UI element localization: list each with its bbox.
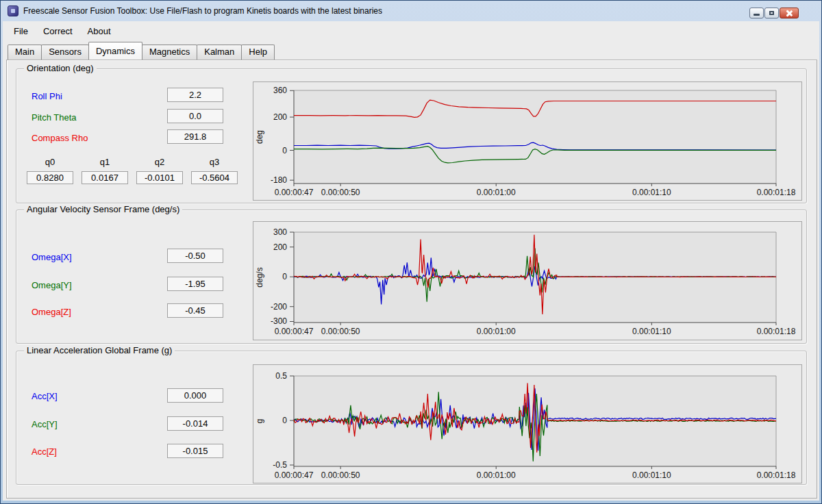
svg-text:g: g — [255, 419, 264, 424]
svg-text:-0.5: -0.5 — [273, 460, 287, 470]
tab-dynamics[interactable]: Dynamics — [88, 42, 142, 60]
label-q2: q2 — [136, 157, 183, 167]
value-q2[interactable]: -0.0101 — [136, 171, 183, 184]
restore-icon — [769, 11, 774, 15]
linear-acceleration-chart: 0.50-0.50.00:00:470.00:00:500.00:01:000.… — [253, 364, 802, 483]
svg-text:0.5: 0.5 — [275, 371, 287, 381]
svg-text:-180: -180 — [271, 175, 287, 185]
label-q1: q1 — [82, 157, 128, 167]
value-q0[interactable]: 0.8280 — [27, 171, 73, 184]
label-compass-rho: Compass Rho — [32, 133, 88, 143]
svg-text:0.00:01:00: 0.00:01:00 — [477, 327, 516, 336]
svg-text:0.00:00:47: 0.00:00:47 — [275, 327, 314, 336]
menu-item-file[interactable]: File — [6, 25, 36, 38]
svg-text:0.00:01:10: 0.00:01:10 — [632, 470, 671, 480]
label-acc-y: Acc[Y] — [32, 419, 58, 429]
value-pitch-theta[interactable]: 0.0 — [167, 109, 223, 123]
label-omega-x: Omega[X] — [32, 252, 72, 262]
orientation-chart: 3602000-1800.00:00:470.00:00:500.00:01:0… — [253, 81, 802, 201]
svg-text:0.00:00:50: 0.00:00:50 — [321, 188, 360, 197]
svg-text:0.00:01:18: 0.00:01:18 — [757, 188, 796, 197]
minimize-icon — [754, 14, 760, 16]
svg-text:deg/s: deg/s — [255, 267, 264, 287]
svg-text:300: 300 — [273, 227, 287, 237]
menu-item-correct[interactable]: Correct — [36, 25, 80, 38]
svg-text:360: 360 — [273, 86, 287, 95]
svg-text:0.00:01:00: 0.00:01:00 — [477, 470, 516, 480]
label-q3: q3 — [191, 157, 238, 167]
value-acc-x[interactable]: 0.000 — [167, 388, 223, 403]
menu-item-about[interactable]: About — [80, 25, 119, 38]
svg-text:-200: -200 — [271, 302, 287, 312]
svg-text:0.00:00:47: 0.00:00:47 — [275, 188, 314, 197]
svg-text:0: 0 — [282, 416, 287, 425]
close-button[interactable] — [780, 8, 799, 18]
tab-help[interactable]: Help — [241, 45, 275, 60]
svg-text:0: 0 — [282, 146, 287, 155]
value-compass-rho[interactable]: 291.8 — [167, 129, 223, 144]
value-omega-x[interactable]: -0.50 — [167, 249, 223, 263]
groupbox-angular-velocity-title: Angular Velocity Sensor Frame (deg/s) — [24, 204, 182, 214]
svg-text:deg: deg — [255, 130, 264, 144]
svg-text:200: 200 — [273, 112, 287, 122]
close-icon — [786, 10, 793, 16]
svg-text:0.00:00:50: 0.00:00:50 — [321, 470, 360, 480]
label-pitch-theta: Pitch Theta — [32, 112, 77, 123]
value-q1[interactable]: 0.0167 — [82, 171, 128, 184]
minimize-button[interactable] — [749, 8, 764, 18]
svg-text:0.00:01:00: 0.00:01:00 — [477, 188, 516, 197]
value-q3[interactable]: -0.5604 — [191, 171, 238, 184]
svg-text:0.00:01:10: 0.00:01:10 — [632, 327, 671, 336]
groupbox-orientation-title: Orientation (deg) — [24, 63, 97, 73]
svg-text:0.00:00:50: 0.00:00:50 — [321, 327, 360, 336]
value-omega-y[interactable]: -1.95 — [167, 277, 223, 291]
label-q0: q0 — [27, 157, 73, 167]
app-window: Freescale Sensor Fusion Toolbox: Use Fil… — [0, 0, 822, 504]
value-roll-phi[interactable]: 2.2 — [167, 88, 223, 102]
tab-sensors[interactable]: Sensors — [41, 45, 89, 60]
label-omega-y: Omega[Y] — [32, 280, 72, 290]
tab-magnetics[interactable]: Magnetics — [142, 45, 197, 60]
svg-text:0.00:00:47: 0.00:00:47 — [275, 470, 314, 480]
value-omega-z[interactable]: -0.45 — [167, 303, 223, 318]
value-acc-y[interactable]: -0.014 — [167, 416, 223, 431]
menubar: File Correct About — [6, 23, 119, 38]
svg-text:200: 200 — [273, 242, 287, 252]
svg-text:-300: -300 — [271, 316, 287, 326]
label-acc-x: Acc[X] — [32, 391, 58, 401]
value-acc-z[interactable]: -0.015 — [167, 444, 223, 458]
label-roll-phi: Roll Phi — [32, 91, 62, 101]
svg-text:0.00:01:18: 0.00:01:18 — [757, 327, 796, 336]
svg-text:0: 0 — [282, 272, 287, 281]
label-acc-z: Acc[Z] — [32, 446, 57, 457]
svg-text:0.00:01:18: 0.00:01:18 — [757, 470, 796, 480]
angular-velocity-chart: 3002000-200-3000.00:00:470.00:00:500.00:… — [253, 221, 802, 340]
tab-main[interactable]: Main — [8, 45, 42, 60]
window-title: Freescale Sensor Fusion Toolbox: Use Fil… — [23, 6, 382, 16]
tab-strip: Main Sensors Dynamics Magnetics Kalman H… — [8, 42, 274, 60]
tab-kalman[interactable]: Kalman — [197, 45, 242, 60]
svg-text:0.00:01:10: 0.00:01:10 — [632, 188, 671, 197]
label-omega-z: Omega[Z] — [32, 307, 71, 317]
groupbox-linear-acceleration-title: Linear Acceleration Global Frame (g) — [24, 345, 175, 355]
app-icon — [8, 5, 18, 16]
restore-button[interactable] — [764, 8, 779, 18]
